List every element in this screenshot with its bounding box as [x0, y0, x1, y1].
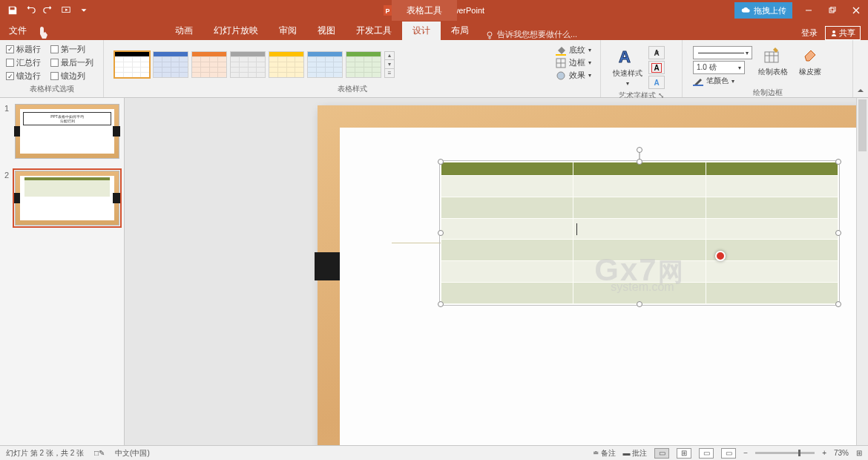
sorter-view-button[interactable]: ⊞ [677, 448, 691, 459]
draw-table-button[interactable]: 绘制表格 [757, 46, 789, 77]
redo-button[interactable] [40, 2, 56, 19]
shading-button[interactable]: 底纹▾ [556, 45, 591, 56]
rotate-handle[interactable] [637, 147, 642, 153]
slide-thumbnail-2[interactable]: 2 [0, 165, 124, 231]
slide-decor-left [315, 252, 340, 280]
language-status[interactable]: 中文(中国) [115, 448, 150, 459]
share-icon [830, 30, 838, 37]
borders-button[interactable]: 边框▾ [556, 57, 591, 68]
table-styles-gallery[interactable]: ▴▾≡ [110, 43, 553, 82]
resize-handle-ne[interactable] [835, 159, 841, 165]
tab-review[interactable]: 审阅 [269, 22, 307, 40]
bucket-icon [556, 45, 566, 56]
tab-layout[interactable]: 布局 [441, 22, 479, 40]
annotation-marker [715, 251, 726, 261]
ribbon-tabs: 文件 动画 幻灯片放映 审阅 视图 开发工具 设计 布局 告诉我您想要做什么..… [0, 21, 868, 40]
file-tab[interactable]: 文件 [0, 22, 36, 40]
resize-handle-nw[interactable] [438, 159, 444, 165]
comments-button[interactable]: ▬ 批注 [623, 448, 648, 459]
group-wordart-styles: A 快速样式▾ A▾ A A 艺术字样式 ⤡ [601, 40, 683, 97]
tab-slideshow[interactable]: 幻灯片放映 [203, 22, 269, 40]
svg-rect-7 [556, 54, 566, 56]
svg-point-6 [832, 30, 835, 33]
resize-handle-e[interactable] [835, 230, 841, 236]
table-style-thumb-1[interactable] [153, 51, 188, 78]
vertical-scrollbar[interactable] [856, 98, 868, 445]
pen-weight-select[interactable]: 1.0 磅▾ [693, 61, 745, 74]
group-label: 表格样式选项 [6, 82, 97, 97]
fit-to-window-button[interactable]: ⊞ [856, 449, 862, 457]
undo-button[interactable] [22, 2, 39, 19]
normal-view-button[interactable]: ▭ [654, 448, 669, 459]
tab-view[interactable]: 视图 [307, 22, 346, 40]
pen-style-select[interactable]: ▾ [693, 46, 752, 59]
share-button[interactable]: 共享 [825, 26, 861, 40]
table-style-thumb-0[interactable] [114, 51, 150, 78]
zoom-level[interactable]: 73% [834, 449, 849, 457]
wordart-icon: A [617, 46, 638, 67]
resize-handle-w[interactable] [438, 230, 444, 236]
zoom-slider[interactable] [755, 452, 815, 454]
tab-design[interactable]: 设计 [402, 22, 441, 40]
table-style-thumb-3[interactable] [230, 51, 266, 78]
effects-icon [556, 70, 566, 81]
resize-handle-s[interactable] [637, 301, 642, 307]
close-button[interactable] [844, 0, 868, 21]
eraser-button[interactable]: 橡皮擦 [794, 46, 826, 77]
chk-banded-row[interactable]: 镶边行 [6, 70, 45, 82]
zoom-out-button[interactable]: − [743, 449, 748, 457]
chk-banded-col[interactable]: 镶边列 [50, 70, 97, 82]
text-outline-button[interactable]: A [648, 61, 665, 74]
save-button[interactable] [4, 2, 21, 19]
table-style-thumb-4[interactable] [269, 51, 304, 78]
draw-table-icon [763, 46, 783, 65]
status-bar: 幻灯片 第 2 张，共 2 张 □✎ 中文(中国) ≐ 备注 ▬ 批注 ▭ ⊞ … [0, 445, 868, 460]
restore-button[interactable] [821, 0, 844, 21]
chk-first-col[interactable]: 第一列 [50, 43, 97, 55]
svg-text:A: A [619, 47, 631, 66]
table-style-thumb-5[interactable] [307, 51, 343, 78]
start-slideshow-button[interactable] [58, 2, 74, 19]
zoom-in-button[interactable]: + [822, 449, 826, 457]
eraser-icon [800, 46, 820, 65]
gallery-more-button[interactable]: ▴▾≡ [384, 51, 395, 78]
active-cell[interactable] [573, 218, 706, 240]
reading-view-button[interactable]: ▭ [699, 448, 714, 459]
lightbulb-icon [485, 30, 494, 39]
contextual-tool-tab: 表格工具 [392, 0, 457, 21]
group-label: 表格样式 [110, 82, 594, 97]
svg-text:P: P [386, 7, 390, 15]
slideshow-view-button[interactable]: ▭ [721, 448, 736, 459]
tab-animation[interactable]: 动画 [165, 22, 203, 40]
resize-handle-se[interactable] [835, 301, 841, 307]
qat-customize-button[interactable] [76, 2, 92, 19]
slide-thumbnails-panel: 1 PPT表格中如何平均分配行列 2 [0, 98, 125, 445]
notes-button[interactable]: ≐ 备注 [593, 448, 616, 459]
tell-me-search[interactable]: 告诉我您想要做什么... [485, 29, 577, 40]
spellcheck-icon[interactable]: □✎ [94, 449, 105, 457]
touch-mode-icon [39, 25, 50, 40]
login-link[interactable]: 登录 [801, 27, 818, 39]
chk-last-col[interactable]: 最后一列 [50, 56, 97, 68]
text-fill-button[interactable]: A▾ [648, 46, 665, 59]
table-style-thumb-2[interactable] [191, 51, 227, 78]
quick-styles-button[interactable]: A 快速样式▾ [611, 46, 644, 89]
pen-color-button[interactable]: 笔颜色▾ [693, 76, 752, 86]
tab-developer[interactable]: 开发工具 [346, 22, 402, 40]
slide-thumbnail-1[interactable]: 1 PPT表格中如何平均分配行列 [0, 98, 124, 165]
table-style-thumb-6[interactable] [346, 51, 381, 78]
cloud-upload-button[interactable]: 拖拽上传 [734, 2, 792, 19]
borders-icon [556, 58, 566, 68]
resize-handle-n[interactable] [637, 159, 642, 165]
text-effects-button[interactable]: A [648, 76, 665, 89]
slide-count: 幻灯片 第 2 张，共 2 张 [6, 448, 84, 459]
resize-handle-sw[interactable] [438, 301, 444, 307]
svg-rect-4 [831, 7, 835, 11]
minimize-button[interactable] [797, 0, 821, 21]
collapse-ribbon-button[interactable] [853, 40, 868, 97]
effects-button[interactable]: 效果▾ [556, 70, 591, 81]
chk-header-row[interactable]: 标题行 [6, 43, 45, 55]
chk-total-row[interactable]: 汇总行 [6, 56, 45, 68]
table-object[interactable]: Gx7网 system.com [441, 162, 838, 304]
slide-canvas[interactable]: Gx7网 system.com [125, 98, 868, 445]
